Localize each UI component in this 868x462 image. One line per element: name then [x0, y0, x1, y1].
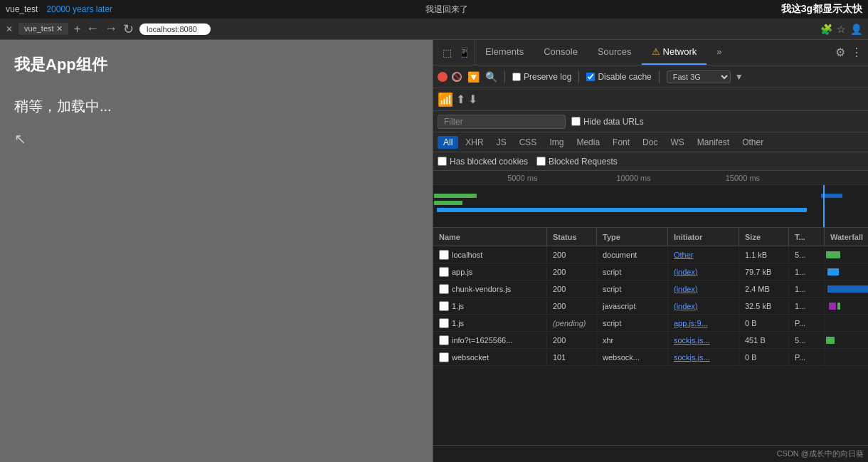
table-row[interactable]: 1.js (pending) script app.js:9... 0 B P.… — [433, 315, 868, 332]
table-row[interactable]: app.js 200 script (index) 79.7 kB 1... — [433, 263, 868, 280]
td-initiator[interactable]: sockjs.js... — [668, 349, 739, 365]
th-name[interactable]: Name — [433, 228, 547, 246]
warning-icon: ⚠ — [652, 46, 660, 57]
filter-icon[interactable]: 🔽 — [466, 71, 481, 83]
tab-console[interactable]: Console — [534, 40, 588, 65]
disable-cache-label[interactable]: Disable cache — [586, 72, 651, 82]
more-options-icon[interactable]: ⋮ — [851, 46, 862, 59]
filter-bar: Hide data URLs — [433, 111, 868, 132]
nav-forward-icon[interactable]: → — [105, 21, 117, 36]
devtools-nav: ⬚ 📱 Elements Console Sources ⚠ Network »… — [433, 40, 868, 65]
td-initiator[interactable]: (index) — [668, 280, 739, 297]
td-waterfall — [825, 280, 868, 297]
search-icon[interactable]: 🔍 — [485, 71, 497, 83]
type-tab-other[interactable]: Other — [736, 136, 769, 149]
td-initiator[interactable]: (index) — [668, 298, 739, 314]
td-time: P... — [789, 349, 825, 365]
tab-network[interactable]: ⚠ Network — [642, 40, 707, 65]
chinese-title: 我退回来了 — [121, 4, 773, 16]
row-checkbox[interactable] — [439, 301, 449, 311]
tl-bar-3 — [437, 208, 807, 212]
table-row[interactable]: websocket 101 websock... sockjs.js... 0 … — [433, 349, 868, 366]
type-tab-doc[interactable]: Doc — [637, 136, 663, 149]
th-waterfall[interactable]: Waterfall — [825, 228, 868, 246]
row-checkbox[interactable] — [439, 250, 449, 260]
td-type: script — [597, 280, 668, 297]
th-size[interactable]: Size — [739, 228, 789, 246]
nav-refresh-icon[interactable]: ↻ — [123, 21, 134, 37]
type-tabs: All XHR JS CSS Img Media Font Doc WS Man… — [433, 132, 868, 152]
row-checkbox[interactable] — [439, 335, 449, 345]
blocked-requests[interactable]: Blocked Requests — [536, 157, 618, 167]
td-time: 5... — [789, 332, 825, 348]
table-row[interactable]: info?t=1625566... 200 xhr sockjs.js... 4… — [433, 332, 868, 349]
type-tab-font[interactable]: Font — [607, 136, 635, 149]
th-type[interactable]: Type — [597, 228, 668, 246]
td-initiator[interactable]: app.js:9... — [668, 315, 739, 331]
hide-data-urls[interactable]: Hide data URLs — [571, 117, 644, 127]
profile-icon: 👤 — [850, 23, 862, 35]
tab-sources[interactable]: Sources — [588, 40, 642, 65]
close-icon: ✕ — [6, 24, 13, 34]
main-layout: 我是App组件 稍等，加载中... ↖ ⬚ 📱 Elements Console… — [0, 40, 868, 462]
td-status: 200 — [547, 298, 597, 314]
throttle-select[interactable]: Fast 3G No throttling Slow 3G Offline — [667, 70, 731, 83]
disable-cache-checkbox[interactable] — [586, 73, 595, 81]
settings-icon[interactable]: ⚙ — [835, 46, 845, 59]
table-row[interactable]: 1.js 200 javascript (index) 32.5 kB 1... — [433, 298, 868, 315]
browser-top-bar: ✕ vue_test ✕ + ← → ↻ localhost:8080 🧩 ☆ … — [0, 19, 868, 40]
type-tab-js[interactable]: JS — [491, 136, 512, 149]
footer: CSDN @成长中的向日葵 — [433, 445, 868, 462]
row-checkbox[interactable] — [439, 352, 449, 362]
timeline-vline — [823, 185, 825, 228]
row-checkbox[interactable] — [439, 267, 449, 277]
type-tab-ws[interactable]: WS — [665, 136, 689, 149]
td-size: 451 B — [739, 332, 789, 348]
preserve-log-label[interactable]: Preserve log — [512, 72, 571, 82]
url-bar[interactable]: localhost:8080 — [139, 23, 211, 35]
tab-elements[interactable]: Elements — [475, 40, 534, 65]
preserve-log-checkbox[interactable] — [512, 73, 521, 81]
table-row[interactable]: localhost 200 document Other 1.1 kB 5... — [433, 246, 868, 263]
type-tab-manifest[interactable]: Manifest — [692, 136, 735, 149]
td-type: xhr — [597, 332, 668, 348]
td-initiator[interactable]: sockjs.js... — [668, 332, 739, 348]
download-icon: ⬇ — [468, 93, 477, 106]
type-tab-css[interactable]: CSS — [514, 136, 543, 149]
th-initiator[interactable]: Initiator — [668, 228, 739, 246]
page-tab[interactable]: vue_test ✕ — [18, 23, 68, 35]
td-size: 1.1 kB — [739, 246, 789, 263]
row-checkbox[interactable] — [439, 318, 449, 328]
nav-back-icon[interactable]: ← — [86, 21, 99, 36]
tab-label: vue_test — [6, 4, 38, 14]
filter-input[interactable] — [438, 115, 566, 129]
th-status[interactable]: Status — [547, 228, 597, 246]
clear-button[interactable]: 🚫 — [452, 72, 462, 82]
td-waterfall — [825, 246, 868, 263]
hide-data-urls-checkbox[interactable] — [571, 117, 581, 126]
row-checkbox[interactable] — [439, 284, 449, 294]
td-size: 0 B — [739, 349, 789, 365]
devtools-settings: ⚙ ⋮ — [835, 46, 867, 59]
type-tab-img[interactable]: Img — [544, 136, 569, 149]
element-picker-icon[interactable]: ⬚ — [440, 46, 453, 59]
network-table: Name Status Type Initiator Size T... Wat… — [433, 228, 868, 445]
td-initiator[interactable]: (index) — [668, 263, 739, 280]
table-row[interactable]: chunk-vendors.js 200 script (index) 2.4 … — [433, 280, 868, 298]
type-tab-all[interactable]: All — [438, 136, 458, 149]
divider2 — [578, 70, 579, 83]
extensions-icon: 🧩 — [820, 23, 832, 35]
tab-more[interactable]: » — [706, 40, 731, 65]
blocked-requests-checkbox[interactable] — [536, 157, 546, 166]
has-blocked-cookies[interactable]: Has blocked cookies — [438, 157, 528, 167]
record-button[interactable] — [438, 72, 448, 82]
type-tab-media[interactable]: Media — [571, 136, 605, 149]
device-toolbar-icon[interactable]: 📱 — [457, 46, 470, 59]
browser-content: 我是App组件 稍等，加载中... ↖ — [0, 40, 433, 462]
type-tab-xhr[interactable]: XHR — [460, 136, 489, 149]
td-size: 79.7 kB — [739, 263, 789, 280]
upload-icon: ⬆ — [456, 93, 465, 106]
add-tab-icon[interactable]: + — [74, 23, 80, 36]
th-time[interactable]: T... — [789, 228, 825, 246]
has-blocked-cookies-checkbox[interactable] — [438, 157, 447, 166]
